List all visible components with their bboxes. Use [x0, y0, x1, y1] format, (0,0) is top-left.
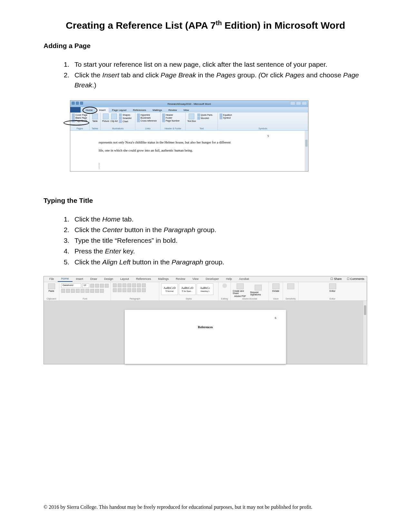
- sensitivity-button[interactable]: [285, 283, 296, 289]
- shapes-button[interactable]: Shapes: [119, 113, 132, 116]
- close-button[interactable]: [302, 101, 307, 105]
- tab-layout[interactable]: Layout: [117, 276, 132, 281]
- shading-icon[interactable]: [137, 288, 141, 292]
- request-signatures-button[interactable]: Request Signatures: [250, 285, 267, 296]
- file-tab[interactable]: [70, 107, 81, 113]
- tab-insert[interactable]: Insert: [96, 108, 109, 113]
- quickparts-button[interactable]: Quick Parts: [197, 113, 212, 116]
- document-area[interactable]: 5 represents not only Nora's childlike s…: [70, 131, 308, 171]
- vertical-scrollbar[interactable]: [363, 301, 367, 364]
- table-button[interactable]: Table: [91, 113, 99, 122]
- equation-icon: [220, 113, 222, 116]
- search-icon: [222, 283, 227, 288]
- quickparts-icon: [197, 113, 200, 116]
- justify-icon[interactable]: [127, 288, 131, 292]
- tab-view[interactable]: View: [189, 276, 202, 281]
- header-button[interactable]: Header: [162, 113, 184, 116]
- create-share-pdf-button[interactable]: Create and ShareAdobe PDF: [233, 283, 248, 297]
- strike-icon[interactable]: [76, 289, 80, 293]
- shrink-font-icon[interactable]: [95, 284, 99, 288]
- tab-mailings[interactable]: Mailings: [149, 108, 165, 113]
- tab-acrobat[interactable]: Acrobat: [236, 276, 253, 281]
- bookmark-button[interactable]: Bookmark: [137, 116, 159, 119]
- subscript-icon[interactable]: [81, 289, 84, 293]
- borders-icon[interactable]: [142, 288, 146, 292]
- paste-button[interactable]: Paste: [46, 283, 57, 292]
- maximize-button[interactable]: [296, 101, 301, 105]
- tab-references[interactable]: References: [132, 276, 154, 281]
- equation-button[interactable]: Equation: [220, 113, 306, 116]
- text-effects-icon[interactable]: [90, 289, 94, 293]
- editor-button[interactable]: Editor: [300, 283, 365, 292]
- tab-view[interactable]: View: [180, 108, 192, 113]
- textbox-button[interactable]: Text Box: [187, 113, 196, 122]
- align-left-icon[interactable]: [113, 288, 117, 292]
- highlight-icon[interactable]: [95, 289, 99, 293]
- sort-icon[interactable]: [137, 283, 141, 287]
- clipart-button[interactable]: Clip Art: [111, 113, 118, 123]
- bold-icon[interactable]: [61, 289, 65, 293]
- wordart-icon: [197, 117, 200, 120]
- font-color-icon[interactable]: [100, 289, 104, 293]
- document-page[interactable]: 6 References: [125, 310, 286, 364]
- scrollbar-thumb[interactable]: [364, 305, 366, 315]
- style-normal[interactable]: AaBbCcD¶ Normal: [161, 283, 178, 295]
- tab-home[interactable]: Home: [58, 276, 73, 282]
- tab-page-layout[interactable]: Page Layout: [109, 108, 130, 113]
- save-icon[interactable]: [76, 102, 79, 105]
- align-right-icon[interactable]: [122, 288, 126, 292]
- chart-button[interactable]: Chart: [119, 120, 132, 123]
- show-marks-icon[interactable]: [142, 283, 146, 287]
- group-label-adobe: Adobe Acrobat: [233, 298, 267, 300]
- decrease-indent-icon[interactable]: [127, 283, 131, 287]
- wordart-button[interactable]: WordArt: [197, 117, 212, 120]
- bullets-icon[interactable]: [113, 283, 117, 287]
- font-name-input[interactable]: Garamond: [61, 283, 81, 288]
- symbol-button[interactable]: Symbol: [220, 116, 306, 119]
- clipart-icon: [111, 113, 117, 119]
- pagenum-button[interactable]: Page Number: [162, 119, 184, 122]
- share-button[interactable]: ☐ Share: [330, 277, 342, 281]
- minimize-button[interactable]: [290, 101, 295, 105]
- tab-draw[interactable]: Draw: [87, 276, 101, 281]
- line-spacing-icon[interactable]: [132, 288, 136, 292]
- superscript-icon[interactable]: [85, 289, 89, 293]
- hyperlink-button[interactable]: Hyperlink: [137, 113, 159, 116]
- style-nospacing[interactable]: AaBbCcD¶ No Spac...: [179, 283, 196, 295]
- footer-button[interactable]: Footer: [162, 116, 184, 119]
- tab-insert[interactable]: Insert: [73, 276, 87, 281]
- scrollbar-thumb[interactable]: [305, 140, 308, 147]
- dictate-button[interactable]: Dictate: [271, 283, 281, 292]
- style-heading1[interactable]: AaBbCcHeading 1: [197, 283, 213, 295]
- tab-developer[interactable]: Developer: [202, 276, 222, 281]
- tab-references[interactable]: References: [130, 108, 149, 113]
- clear-format-icon[interactable]: [105, 284, 109, 288]
- tab-design[interactable]: Design: [101, 276, 117, 281]
- blank-page-button[interactable]: Blank Page: [72, 116, 88, 119]
- underline-icon[interactable]: [71, 289, 75, 293]
- quick-access-toolbar[interactable]: [72, 102, 83, 105]
- numbering-icon[interactable]: [118, 283, 122, 287]
- multilevel-icon[interactable]: [122, 283, 126, 287]
- document-area[interactable]: 6 References: [44, 301, 367, 364]
- picture-button[interactable]: Picture: [102, 113, 109, 123]
- cover-page-button[interactable]: Cover Page: [72, 113, 88, 116]
- undo-icon[interactable]: [80, 102, 83, 105]
- align-center-icon[interactable]: [118, 288, 122, 292]
- italic-icon[interactable]: [66, 289, 70, 293]
- signature-icon: [255, 285, 262, 291]
- tab-help[interactable]: Help: [222, 276, 236, 281]
- tab-review[interactable]: Review: [172, 276, 189, 281]
- change-case-icon[interactable]: [100, 284, 104, 288]
- crossref-button[interactable]: Cross-reference: [137, 119, 159, 122]
- tab-review[interactable]: Review: [165, 108, 180, 113]
- increase-indent-icon[interactable]: [132, 283, 136, 287]
- find-button[interactable]: [220, 283, 229, 288]
- font-size-input[interactable]: 12: [82, 283, 89, 288]
- grow-font-icon[interactable]: [90, 284, 94, 288]
- tab-file[interactable]: File: [46, 276, 58, 281]
- tab-mailings[interactable]: Mailings: [154, 276, 172, 281]
- vertical-scrollbar[interactable]: [305, 131, 308, 171]
- comments-button[interactable]: ☐ Comments: [347, 277, 364, 281]
- smartart-button[interactable]: SmartArt: [119, 117, 132, 120]
